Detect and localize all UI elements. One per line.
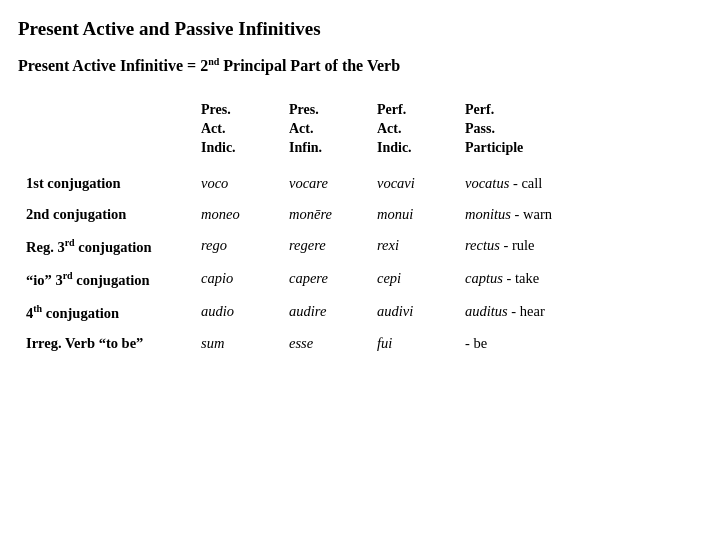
row-label: 4th conjugation	[18, 296, 193, 329]
conjugation-table: Pres. Act. Indic. Pres. Act. Infin. Perf…	[18, 97, 702, 359]
col-pres-act-indic: voco	[193, 168, 281, 199]
header-empty	[18, 97, 193, 168]
col-perf-pass-participle: rectus - rule	[457, 230, 702, 263]
header-perf-act-indic: Perf. Act. Indic.	[369, 97, 457, 168]
row-label: 2nd conjugation	[18, 199, 193, 230]
col-pres-act-infin: vocare	[281, 168, 369, 199]
row-label: Reg. 3rd conjugation	[18, 230, 193, 263]
header-pres-act-indic: Pres. Act. Indic.	[193, 97, 281, 168]
table-header-row: Pres. Act. Indic. Pres. Act. Infin. Perf…	[18, 97, 702, 168]
row-label: “io” 3rd conjugation	[18, 263, 193, 296]
header-pres-act-infin: Pres. Act. Infin.	[281, 97, 369, 168]
col-perf-act-indic: vocavi	[369, 168, 457, 199]
main-title: Present Active and Passive Infinitives	[18, 18, 702, 40]
subtitle: Present Active Infinitive = 2nd Principa…	[18, 56, 702, 75]
col-perf-pass-participle: captus - take	[457, 263, 702, 296]
col-perf-pass-participle: - be	[457, 328, 702, 359]
col-pres-act-infin: capere	[281, 263, 369, 296]
col-perf-act-indic: cepi	[369, 263, 457, 296]
col-pres-act-infin: esse	[281, 328, 369, 359]
col-pres-act-indic: rego	[193, 230, 281, 263]
col-pres-act-indic: moneo	[193, 199, 281, 230]
table-row: Reg. 3rd conjugationregoregererexirectus…	[18, 230, 702, 263]
table-row: 1st conjugationvocovocarevocavivocatus -…	[18, 168, 702, 199]
row-label: Irreg. Verb “to be”	[18, 328, 193, 359]
col-perf-pass-participle: auditus - hear	[457, 296, 702, 329]
table-row: Irreg. Verb “to be”sumessefui - be	[18, 328, 702, 359]
header-perf-pass-participle: Perf. Pass. Participle	[457, 97, 702, 168]
col-perf-pass-participle: vocatus - call	[457, 168, 702, 199]
subtitle-text: Present Active Infinitive = 2nd Principa…	[18, 57, 400, 74]
col-pres-act-infin: monēre	[281, 199, 369, 230]
col-pres-act-indic: audio	[193, 296, 281, 329]
col-pres-act-indic: sum	[193, 328, 281, 359]
row-label: 1st conjugation	[18, 168, 193, 199]
col-perf-pass-participle: monitus - warn	[457, 199, 702, 230]
col-pres-act-infin: regere	[281, 230, 369, 263]
col-perf-act-indic: rexi	[369, 230, 457, 263]
col-perf-act-indic: audivi	[369, 296, 457, 329]
table-row: 4th conjugationaudioaudireaudiviauditus …	[18, 296, 702, 329]
col-perf-act-indic: fui	[369, 328, 457, 359]
col-pres-act-indic: capio	[193, 263, 281, 296]
table-row: “io” 3rd conjugationcapiocaperecepicaptu…	[18, 263, 702, 296]
col-perf-act-indic: monui	[369, 199, 457, 230]
table-row: 2nd conjugationmoneomonēremonuimonitus -…	[18, 199, 702, 230]
col-pres-act-infin: audire	[281, 296, 369, 329]
